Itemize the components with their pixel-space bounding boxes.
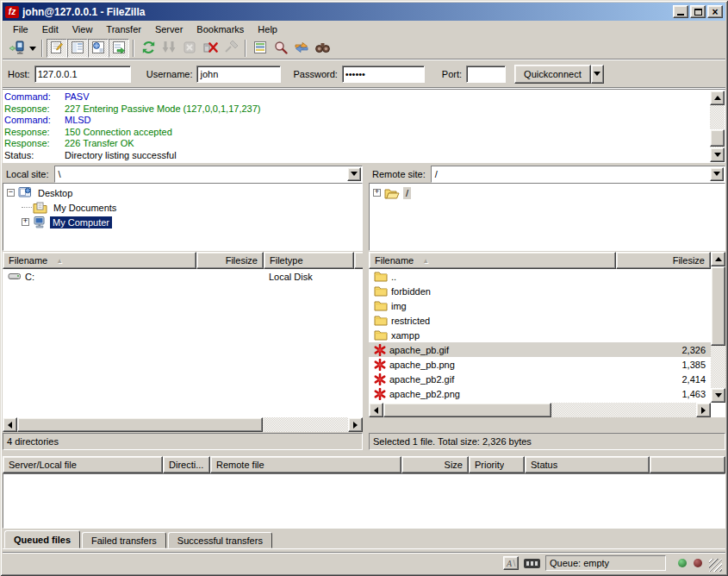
filesize-cell <box>616 298 711 313</box>
remote-site-dropdown-button[interactable] <box>710 167 724 181</box>
local-tree-toggle-button[interactable] <box>67 39 88 58</box>
remote-horizontal-scrollbar[interactable] <box>369 403 711 417</box>
find-button[interactable] <box>312 39 333 58</box>
column-header-filesize[interactable]: Filesize <box>616 252 711 269</box>
column-header-filetype[interactable]: Filetype <box>264 252 354 269</box>
menu-server[interactable]: Server <box>148 22 190 36</box>
queue-column-header-directi[interactable]: Directi... <box>163 456 210 473</box>
file-row-blank[interactable]: .. <box>369 269 711 284</box>
scroll-down-button[interactable] <box>711 388 725 403</box>
menu-file[interactable]: File <box>6 22 35 36</box>
refresh-button[interactable] <box>138 39 159 58</box>
scroll-thumb[interactable] <box>710 129 725 147</box>
column-header-filesize[interactable]: Filesize <box>196 252 264 269</box>
queue-toggle-button[interactable] <box>109 39 129 58</box>
port-input[interactable] <box>466 66 506 83</box>
scroll-down-button[interactable] <box>710 147 725 162</box>
data-type-indicator-icon[interactable]: A <box>503 556 519 570</box>
close-button[interactable]: × <box>707 5 723 18</box>
minimize-button[interactable] <box>673 5 688 18</box>
site-manager-button[interactable] <box>6 39 27 58</box>
scroll-thumb[interactable] <box>17 417 263 432</box>
collapse-icon[interactable]: − <box>7 189 15 197</box>
scroll-left-button[interactable] <box>369 403 383 417</box>
filename-text: img <box>391 301 407 311</box>
queue-column-header-priority[interactable]: Priority <box>469 456 525 473</box>
scroll-thumb[interactable] <box>383 403 551 417</box>
compare-button[interactable] <box>271 39 291 58</box>
quickconnect-button[interactable]: Quickconnect <box>514 65 591 84</box>
file-row-forbidden[interactable]: forbidden <box>369 284 711 298</box>
filter-button[interactable] <box>250 39 271 58</box>
column-header-filename[interactable]: Filename▲ <box>3 252 196 269</box>
tree-item-my-computer[interactable]: +My Computer <box>3 215 362 229</box>
remote-file-list: Filename▲Filesize ..forbiddenimgrestrict… <box>369 252 725 417</box>
username-input[interactable] <box>196 66 281 83</box>
menu-bookmarks[interactable]: Bookmarks <box>190 22 251 36</box>
sync-browse-button[interactable] <box>291 39 312 58</box>
window-resize-grip[interactable] <box>709 559 722 572</box>
maximize-button[interactable] <box>690 5 706 18</box>
tab-queued-files[interactable]: Queued files <box>4 530 80 548</box>
message-log-vertical-scrollbar[interactable] <box>710 91 725 162</box>
column-header-filename[interactable]: Filename▲ <box>369 252 616 269</box>
remote-site-combobox[interactable]: / <box>431 166 725 183</box>
tree-item-my-documents[interactable]: My Documents <box>3 200 362 215</box>
computer-icon <box>33 216 47 229</box>
tab-failed-transfers[interactable]: Failed transfers <box>82 532 166 548</box>
reconnect-button[interactable] <box>221 39 241 58</box>
queue-column-header-status[interactable]: Status <box>525 456 650 473</box>
filesize-cell: 1,385 <box>616 357 711 372</box>
password-input[interactable] <box>342 66 425 83</box>
disconnect-button[interactable] <box>200 39 221 58</box>
file-row-xampp[interactable]: xampp <box>369 328 711 342</box>
file-row-img[interactable]: img <box>369 298 711 313</box>
queue-column-header-server-local-file[interactable]: Server/Local file <box>3 456 163 473</box>
local-site-dropdown-button[interactable] <box>347 167 361 181</box>
host-input[interactable] <box>34 66 131 83</box>
filename-cell: C: <box>3 269 196 284</box>
file-row-apache-pb-png[interactable]: apache_pb.png1,385 <box>369 357 711 372</box>
remote-tree-toggle-button[interactable] <box>88 39 109 58</box>
site-manager-dropdown-button[interactable] <box>27 39 38 58</box>
message-log-toggle-button[interactable] <box>47 39 67 58</box>
log-line: Response:227 Entering Passive Mode (127,… <box>4 103 708 116</box>
file-row-apache-pb-gif[interactable]: apache_pb.gif2,326 <box>369 342 711 357</box>
scroll-up-button[interactable] <box>711 252 725 266</box>
filename-cell: restricted <box>369 313 616 328</box>
menu-transfer[interactable]: Transfer <box>99 22 148 36</box>
menu-view[interactable]: View <box>65 22 100 36</box>
process-queue-button[interactable] <box>159 39 179 58</box>
cancel-button[interactable] <box>179 39 200 58</box>
file-row-apache-pb2-gif[interactable]: apache_pb2.gif2,414 <box>369 372 711 386</box>
scroll-right-button[interactable] <box>348 417 363 432</box>
queue-column-header-size[interactable]: Size <box>401 456 469 473</box>
tree-item-blank[interactable]: +/ <box>370 185 725 200</box>
scroll-left-button[interactable] <box>3 417 17 432</box>
file-row-c[interactable]: C:Local Disk <box>3 269 363 284</box>
menu-edit[interactable]: Edit <box>35 22 65 36</box>
column-header-l[interactable]: L <box>354 252 363 269</box>
queue-column-header-remote-file[interactable]: Remote file <box>210 456 401 473</box>
local-site-combobox[interactable]: \ <box>54 166 363 183</box>
tab-successful-transfers[interactable]: Successful transfers <box>168 532 272 548</box>
expand-icon[interactable]: + <box>373 189 381 197</box>
speed-limits-indicator-icon[interactable] <box>524 559 540 568</box>
tree-item-desktop[interactable]: −Desktop <box>3 185 362 200</box>
file-row-restricted[interactable]: restricted <box>369 313 711 328</box>
local-horizontal-scrollbar[interactable] <box>3 417 363 432</box>
column-header-label: Server/Local file <box>9 460 77 470</box>
column-header-label: Directi... <box>169 460 203 470</box>
filesize-cell <box>616 269 711 284</box>
remote-vertical-scrollbar[interactable] <box>711 252 725 403</box>
cancel-icon <box>183 41 196 56</box>
scroll-up-button[interactable] <box>710 91 725 105</box>
tree-item-label: My Documents <box>51 202 119 214</box>
scroll-thumb[interactable] <box>711 266 725 346</box>
scroll-right-button[interactable] <box>696 403 711 417</box>
quickconnect-dropdown-button[interactable] <box>591 65 604 84</box>
menu-help[interactable]: Help <box>251 22 284 36</box>
quickconnect-bar: Host: Username: Password: Port: Quickcon… <box>3 60 725 88</box>
file-row-apache-pb2-png[interactable]: apache_pb2.png1,463 <box>369 386 711 401</box>
expand-icon[interactable]: + <box>22 218 29 226</box>
